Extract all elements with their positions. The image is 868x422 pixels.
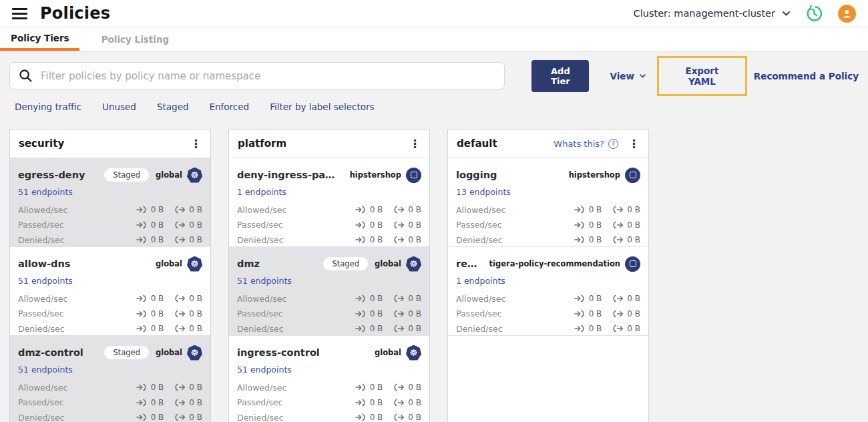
ingress-value: 0 B: [370, 398, 383, 407]
recommend-policy-button[interactable]: Recommend a Policy: [754, 71, 859, 81]
main-content: Add Tier View Export YAML Recommend a Po…: [0, 51, 868, 422]
metric-label: Denied/sec: [237, 235, 355, 245]
filter-staged[interactable]: Staged: [157, 101, 189, 112]
policy-filter-input[interactable]: [39, 69, 495, 83]
endpoints-link[interactable]: 1 endpoints: [456, 276, 505, 286]
ingress-arrow-icon: [136, 325, 147, 333]
tier-panel-security: security ⋮ egress-deny Staged global ☸ 5…: [9, 129, 211, 422]
filter-enforced[interactable]: Enforced: [210, 101, 250, 112]
kebab-menu-icon[interactable]: ⋮: [409, 138, 421, 150]
kebab-menu-icon[interactable]: ⋮: [628, 138, 640, 150]
policy-card-dmz-control[interactable]: dmz-control Staged global ☸ 51 endpoints…: [10, 336, 210, 422]
policy-name: deny-ingress-paymentservi…: [237, 170, 341, 180]
egress-arrow-icon: [393, 236, 404, 244]
egress-value: 0 B: [189, 235, 202, 244]
endpoints-link[interactable]: 13 endpoints: [456, 187, 511, 197]
namespace-icon: [625, 168, 640, 183]
tier-policy-list: deny-ingress-paymentservi… hipstershop 1…: [229, 158, 429, 422]
policy-scope-label: global: [156, 348, 182, 357]
egress-value: 0 B: [189, 413, 202, 422]
search-box[interactable]: [9, 62, 505, 89]
egress-value: 0 B: [627, 220, 640, 230]
metric-values: 0 B 0 B: [355, 383, 421, 392]
user-avatar[interactable]: [838, 5, 856, 23]
ingress-value: 0 B: [370, 205, 383, 214]
metric-row: Allowed/sec 0 B 0 B: [18, 291, 202, 306]
policy-scope-label: global: [375, 348, 401, 357]
cluster-selector[interactable]: Cluster: management-cluster: [634, 8, 790, 19]
ingress-arrow-icon: [574, 294, 585, 302]
add-tier-button[interactable]: Add Tier: [531, 60, 589, 92]
tab-bar: Policy Tiers Policy Listing: [0, 27, 868, 51]
kubernetes-global-icon: ☸: [406, 256, 421, 272]
tier-header: platform ⋮: [229, 130, 429, 158]
export-yaml-button[interactable]: Export YAML: [659, 58, 745, 94]
egress-arrow-icon: [393, 399, 404, 407]
metric-values: 0 B 0 B: [574, 235, 640, 244]
policy-name: allow-dns: [18, 258, 70, 269]
metric-label: Denied/sec: [18, 235, 136, 245]
metric-label: Allowed/sec: [456, 205, 574, 215]
endpoints-link[interactable]: 51 endpoints: [237, 276, 292, 286]
view-dropdown-button[interactable]: View: [606, 70, 649, 82]
tier-policy-list: egress-deny Staged global ☸ 51 endpoints…: [10, 158, 210, 422]
egress-arrow-icon: [174, 221, 185, 229]
hamburger-menu-icon[interactable]: [12, 8, 27, 19]
metric-label: Passed/sec: [237, 220, 355, 230]
kebab-menu-icon[interactable]: ⋮: [190, 138, 202, 150]
policy-card-deny-ingress-paymentservi[interactable]: deny-ingress-paymentservi… hipstershop 1…: [229, 158, 429, 247]
tab-policy-listing[interactable]: Policy Listing: [95, 27, 176, 51]
policy-card-dmz[interactable]: dmz Staged global ☸ 51 endpoints Allowed…: [229, 247, 429, 336]
endpoints-link[interactable]: 1 endpoints: [237, 187, 286, 197]
search-icon: [19, 69, 33, 83]
tab-policy-tiers[interactable]: Policy Tiers: [0, 27, 79, 51]
endpoints-link[interactable]: 51 endpoints: [18, 187, 73, 197]
policy-scope-label: tigera-policy-recommendation: [489, 259, 620, 268]
history-button[interactable]: [805, 5, 823, 23]
policy-card-top: egress-deny Staged global ☸: [18, 167, 202, 183]
chevron-down-icon: [783, 11, 790, 16]
egress-arrow-icon: [393, 310, 404, 318]
egress-arrow-icon: [174, 399, 185, 407]
ingress-value: 0 B: [151, 398, 164, 407]
endpoints-link[interactable]: 51 endpoints: [237, 365, 292, 375]
metric-values: 0 B 0 B: [355, 309, 421, 319]
policy-card-ingress-control[interactable]: ingress-control global ☸ 51 endpoints Al…: [229, 336, 429, 422]
policy-card-egress-deny[interactable]: egress-deny Staged global ☸ 51 endpoints…: [10, 158, 210, 247]
whats-this-link[interactable]: Whats this? ?: [554, 139, 618, 149]
policy-card-top: logging hipstershop: [456, 167, 640, 183]
policy-card-logging[interactable]: logging hipstershop 13 endpoints Allowed…: [448, 158, 648, 247]
kubernetes-global-icon: ☸: [406, 345, 421, 361]
ingress-arrow-icon: [355, 325, 366, 333]
metric-label: Denied/sec: [237, 324, 355, 334]
egress-value: 0 B: [408, 398, 421, 407]
policy-card-allow-dns[interactable]: allow-dns global ☸ 51 endpoints Allowed/…: [10, 247, 210, 336]
metric-row: Denied/sec 0 B 0 B: [237, 410, 421, 422]
filter-unused[interactable]: Unused: [102, 101, 136, 112]
metric-values: 0 B 0 B: [136, 324, 202, 333]
egress-value: 0 B: [627, 235, 640, 244]
ingress-arrow-icon: [355, 294, 366, 302]
tier-header: security ⋮: [10, 130, 210, 158]
endpoints-link[interactable]: 51 endpoints: [18, 365, 73, 375]
ingress-arrow-icon: [574, 310, 585, 318]
metric-label: Passed/sec: [18, 397, 136, 407]
egress-arrow-icon: [174, 310, 185, 318]
egress-value: 0 B: [189, 220, 202, 230]
filter-label-selectors[interactable]: Filter by label selectors: [270, 101, 374, 112]
filter-denying-traffic[interactable]: Denying traffic: [15, 101, 81, 112]
metric-values: 0 B 0 B: [136, 383, 202, 392]
metric-label: Allowed/sec: [18, 205, 136, 215]
ingress-value: 0 B: [151, 324, 164, 333]
metric-row: Passed/sec 0 B 0 B: [237, 218, 421, 233]
metric-values: 0 B 0 B: [355, 205, 421, 214]
metric-values: 0 B 0 B: [136, 205, 202, 214]
endpoints-link[interactable]: 51 endpoints: [18, 276, 73, 286]
history-icon: [805, 5, 823, 23]
metric-label: Allowed/sec: [456, 294, 574, 304]
policy-card-restricted[interactable]: restricted tigera-policy-recommendation …: [448, 247, 648, 336]
metric-row: Passed/sec 0 B 0 B: [18, 306, 202, 322]
tier-policy-list: logging hipstershop 13 endpoints Allowed…: [448, 158, 648, 336]
tier-panel-default: default Whats this? ? ⋮ logging hipsters…: [447, 129, 649, 422]
metric-label: Denied/sec: [18, 324, 136, 334]
